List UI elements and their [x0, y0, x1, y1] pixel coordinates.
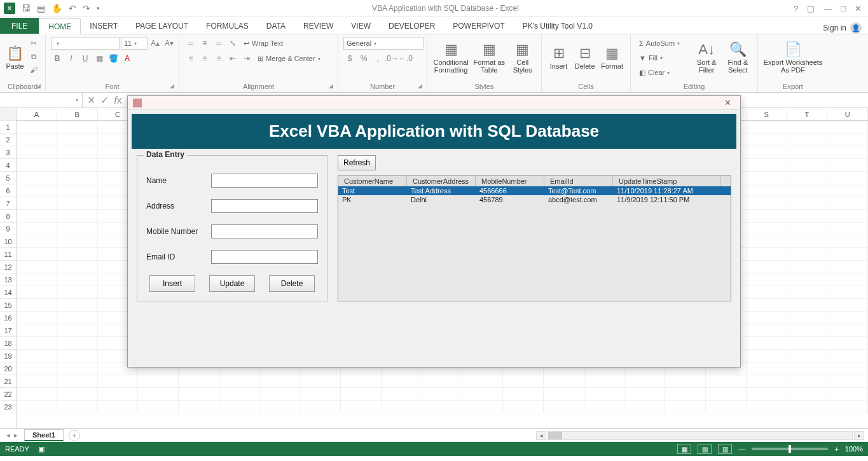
format-cells-button[interactable]: ▦Format	[599, 37, 625, 79]
tab-file[interactable]: FILE	[0, 18, 39, 34]
cell[interactable]	[624, 401, 665, 413]
column-header[interactable]: S	[747, 108, 787, 120]
cell[interactable]	[665, 375, 706, 388]
cell[interactable]	[422, 401, 463, 413]
format-painter-icon[interactable]: 🖌	[27, 64, 40, 76]
cell[interactable]	[787, 210, 828, 223]
cell[interactable]	[747, 184, 787, 197]
cell[interactable]	[787, 350, 828, 362]
cell[interactable]	[747, 197, 787, 210]
cell[interactable]	[17, 401, 57, 413]
cell[interactable]	[544, 401, 584, 413]
cell[interactable]	[787, 235, 828, 248]
tab-developer[interactable]: DEVELOPER	[380, 18, 444, 34]
cell[interactable]	[57, 299, 98, 312]
cell[interactable]	[57, 184, 98, 197]
cell[interactable]	[17, 248, 57, 261]
export-pdf-button[interactable]: 📄Export Worksheets As PDF	[763, 37, 823, 79]
cell[interactable]	[57, 261, 98, 273]
cell[interactable]	[787, 299, 828, 312]
cell[interactable]	[17, 184, 57, 197]
cell[interactable]	[382, 388, 422, 401]
clear-button[interactable]: ◧Clear▾	[636, 66, 690, 79]
insert-cells-button[interactable]: ⊞Insert	[547, 37, 570, 79]
cell[interactable]	[827, 121, 868, 134]
cell[interactable]	[17, 235, 57, 248]
cell[interactable]	[57, 159, 98, 172]
redo-icon[interactable]: ↷	[83, 3, 90, 13]
increase-font-icon[interactable]: A▴	[149, 37, 162, 50]
row-header[interactable]: 16	[0, 312, 16, 324]
align-top-icon[interactable]: ═	[184, 37, 197, 50]
cell[interactable]	[827, 273, 868, 286]
column-header[interactable]: T	[787, 108, 828, 120]
tab-pk-utility[interactable]: PK's Utility Tool V1.0	[514, 18, 602, 34]
tab-home[interactable]: HOME	[39, 18, 81, 34]
page-layout-view-icon[interactable]: ▤	[698, 444, 712, 454]
cell[interactable]	[219, 375, 260, 388]
find-select-button[interactable]: 🔍Find & Select	[724, 37, 752, 79]
cell[interactable]	[787, 146, 828, 159]
cell[interactable]	[17, 121, 57, 134]
cell[interactable]	[57, 172, 98, 184]
cell[interactable]	[747, 312, 787, 324]
paste-button[interactable]: 📋Paste	[5, 37, 25, 79]
cell[interactable]	[706, 388, 747, 401]
column-header[interactable]: A	[17, 108, 57, 120]
zoom-in-icon[interactable]: +	[834, 445, 838, 453]
cell[interactable]	[17, 337, 57, 350]
list-row[interactable]: Test Test Address 4566666 Test@Test.com …	[338, 186, 731, 195]
refresh-button[interactable]: Refresh	[338, 155, 376, 170]
cut-icon[interactable]: ✂	[27, 37, 40, 50]
row-header[interactable]: 11	[0, 248, 16, 261]
cell[interactable]	[787, 324, 828, 337]
row-header[interactable]: 23	[0, 401, 16, 413]
cell[interactable]	[219, 401, 260, 413]
list-col-customername[interactable]: CustomerName	[338, 176, 407, 186]
row-header[interactable]: 19	[0, 350, 16, 362]
cell[interactable]	[747, 146, 787, 159]
ribbon-options-icon[interactable]: ▢	[807, 4, 815, 13]
cell[interactable]	[747, 362, 787, 375]
cell[interactable]	[787, 197, 828, 210]
tab-view[interactable]: VIEW	[342, 18, 380, 34]
conditional-format-button[interactable]: ▦Conditional Formatting	[432, 37, 469, 79]
cell[interactable]	[179, 375, 219, 388]
row-header[interactable]: 8	[0, 210, 16, 223]
row-header[interactable]: 17	[0, 324, 16, 337]
cell[interactable]	[57, 223, 98, 235]
tab-nav-first-icon[interactable]: ◂	[6, 431, 10, 439]
cell[interactable]	[57, 375, 98, 388]
enter-fx-icon[interactable]: ✓	[100, 94, 109, 106]
cell[interactable]	[827, 312, 868, 324]
cell[interactable]	[827, 184, 868, 197]
cell[interactable]	[827, 362, 868, 375]
help-icon[interactable]: ?	[794, 4, 798, 13]
cell[interactable]	[827, 197, 868, 210]
cell[interactable]	[827, 134, 868, 146]
row-header[interactable]: 3	[0, 146, 16, 159]
fill-color-button[interactable]: 🪣	[107, 52, 120, 65]
address-input[interactable]	[211, 199, 318, 213]
cell[interactable]	[17, 350, 57, 362]
zoom-out-icon[interactable]: —	[738, 445, 745, 453]
row-header[interactable]: 7	[0, 197, 16, 210]
cell[interactable]	[57, 146, 98, 159]
sign-in[interactable]: Sign in 👤	[816, 22, 868, 34]
cell[interactable]	[98, 388, 139, 401]
underline-button[interactable]: U	[79, 52, 92, 65]
cell[interactable]	[747, 388, 787, 401]
number-format-combo[interactable]: General▾	[343, 37, 424, 50]
font-launcher-icon[interactable]: ◢	[170, 83, 174, 89]
cell[interactable]	[17, 312, 57, 324]
cell[interactable]	[341, 375, 382, 388]
zoom-slider[interactable]	[752, 448, 828, 450]
cell[interactable]	[503, 388, 544, 401]
comma-icon[interactable]: ,	[371, 52, 384, 65]
list-col-customeraddress[interactable]: CustomerAddress	[407, 176, 476, 186]
cell[interactable]	[544, 388, 584, 401]
cell[interactable]	[57, 134, 98, 146]
cell[interactable]	[787, 223, 828, 235]
increase-decimal-icon[interactable]: .0→	[385, 52, 398, 65]
cell[interactable]	[544, 375, 584, 388]
